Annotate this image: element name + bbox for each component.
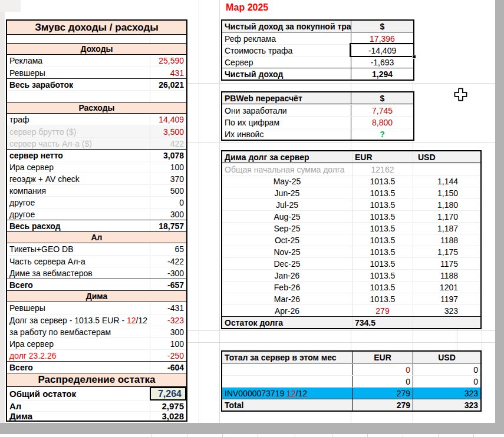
cell-value[interactable]: -250 <box>150 350 186 361</box>
cell-usd[interactable]: 1,175 <box>413 246 480 257</box>
cell-usd[interactable] <box>413 317 480 328</box>
empty-row[interactable] <box>7 35 186 43</box>
cell-usd[interactable]: 323 <box>413 399 480 410</box>
cell-eur[interactable]: 279 <box>352 388 413 399</box>
cell-month[interactable]: Jun-25 <box>222 188 352 198</box>
cell-label[interactable]: другое <box>7 210 150 219</box>
section-header-income[interactable]: Доходы <box>7 43 186 55</box>
header-currency[interactable]: $ <box>351 92 413 104</box>
table-row-total[interactable]: Всего-604 <box>7 361 186 373</box>
table-row[interactable]: Их инвойс? <box>222 128 413 140</box>
header-label[interactable]: Дима долг за сервер <box>222 153 352 162</box>
table-row[interactable]: Ал2,975 <box>7 400 186 411</box>
table-row-month[interactable]: Oct-251013.51188 <box>222 234 480 246</box>
cell-month[interactable]: Mar-26 <box>222 294 352 304</box>
cell-usd[interactable]: 1188 <box>413 234 480 246</box>
cell-usd[interactable]: 1197 <box>413 293 480 304</box>
cell-eur[interactable]: 0 <box>352 364 413 375</box>
table-row-month[interactable]: May-251013.51,144 <box>222 175 480 187</box>
table-row-month[interactable]: Mar-261013.51197 <box>222 293 480 304</box>
table-row[interactable]: геоэдж + AV check370 <box>7 173 186 184</box>
cell-value[interactable]: 431 <box>150 67 186 78</box>
cell-label[interactable]: геоэдж + AV check <box>7 174 150 184</box>
cell-value[interactable]: 500 <box>150 185 186 196</box>
cell-label[interactable]: Часть сервера Ал-а <box>7 257 150 266</box>
empty-row[interactable] <box>7 90 186 102</box>
cell-month[interactable]: Feb-26 <box>222 283 352 292</box>
cell-label[interactable]: Общая начальная сумма долга <box>222 165 352 174</box>
table-row-month[interactable]: Jun-251013.51,150 <box>222 187 480 198</box>
cell-label[interactable]: Ревшеры <box>7 303 150 313</box>
cell-value[interactable]: 26,021 <box>150 79 186 90</box>
cell-label[interactable]: Они заработали <box>222 106 351 115</box>
cell-month[interactable]: Sep-25 <box>222 224 352 233</box>
table-row[interactable]: долг 23.2.26-250 <box>7 349 186 361</box>
table-row-month[interactable]: Jan-261013.51188 <box>222 269 480 281</box>
cell-eur[interactable]: 1013.5 <box>352 176 413 187</box>
cell-eur[interactable]: 279 <box>352 399 413 410</box>
cell-label[interactable]: Их инвойс <box>222 130 351 139</box>
cell-eur[interactable]: 1013.5 <box>352 293 413 304</box>
cell-usd[interactable] <box>413 164 480 175</box>
cell-label[interactable]: Долг за сервер - 1013.5 EUR - 12/12 <box>7 316 150 325</box>
header-eur[interactable]: EUR <box>352 151 413 163</box>
cell-usd[interactable]: 0 <box>413 376 480 387</box>
cell-value[interactable]: 734.5 <box>352 317 413 328</box>
cell-value[interactable]: 370 <box>150 173 186 184</box>
cell-value[interactable]: -604 <box>150 362 186 373</box>
cell-label[interactable]: сервер часть Ал-а ($) <box>7 139 150 148</box>
table-row[interactable]: Ревшеры-431 <box>7 302 186 314</box>
cell-usd[interactable]: 1,144 <box>413 176 480 187</box>
section-header-expenses[interactable]: Расходы <box>7 102 186 114</box>
cell-eur[interactable]: 1013.5 <box>352 223 413 234</box>
table-row[interactable]: за работу по вембастерам300 <box>7 326 186 337</box>
cell-invoice-label[interactable]: INV0000073719 12/12 <box>222 389 352 398</box>
table-row[interactable]: траф14,409 <box>7 114 186 125</box>
cell-value[interactable]: 0 <box>150 197 186 208</box>
header-usd[interactable]: USD <box>413 352 480 363</box>
cell-value[interactable]: -323 <box>150 314 186 326</box>
table-row[interactable]: Тикеты+GEO DB65 <box>7 243 186 255</box>
cell-eur[interactable]: 1013.5 <box>352 282 413 293</box>
cell-value[interactable]: 65 <box>150 243 186 255</box>
cell-eur[interactable]: 0 <box>352 376 413 387</box>
cell-value[interactable]: 3,500 <box>150 126 186 137</box>
cell-usd[interactable]: 1201 <box>413 282 480 293</box>
table-row-initial-debt[interactable]: Общая начальная сумма долга12162 <box>222 163 480 175</box>
table-row[interactable]: Дима3,028 <box>7 411 186 421</box>
cell-value[interactable]: 422 <box>150 138 186 149</box>
cell-usd[interactable]: 323 <box>413 305 480 316</box>
cell-label[interactable]: Всего <box>7 363 150 372</box>
cell-label[interactable]: Сервер <box>222 58 351 67</box>
cell-value[interactable]: 1,294 <box>351 68 413 80</box>
cell-label[interactable]: Весь расход <box>7 221 150 231</box>
cell-eur[interactable]: 1013.5 <box>352 258 413 269</box>
cell-label[interactable]: компания <box>7 186 150 196</box>
cell-label[interactable]: сервер брутто ($) <box>7 127 150 137</box>
cell-label[interactable]: Реф реклама <box>222 34 351 44</box>
cell-value[interactable]: -422 <box>150 256 186 267</box>
cell-eur[interactable]: 12162 <box>352 164 413 175</box>
cell-label[interactable]: Total <box>222 400 352 410</box>
summary-table-title[interactable]: Змувс доходы / расходы <box>7 21 186 35</box>
cell-month[interactable]: Aug-25 <box>222 212 352 221</box>
cell-usd[interactable]: 1,187 <box>413 223 480 234</box>
cell-label[interactable]: Ревшеры <box>7 68 150 78</box>
cell-label[interactable]: Стоимость трафа <box>222 46 351 55</box>
cell-label[interactable]: Дима <box>7 411 150 421</box>
cell-label[interactable]: Общий остаток <box>7 389 150 399</box>
cell-usd[interactable]: 0 <box>413 364 480 375</box>
table-row[interactable]: Реклама25,590 <box>7 55 186 67</box>
section-header-dima[interactable]: Дима <box>7 290 186 302</box>
table-row[interactable]: Часть сервера Ал-а-422 <box>7 255 186 267</box>
table-row-total[interactable]: Чистый доход1,294 <box>222 68 413 80</box>
cell-value[interactable]: 14,409 <box>150 114 186 125</box>
cell-value[interactable]: 100 <box>150 161 186 173</box>
table-row-total[interactable]: сервер нетто3,078 <box>7 149 186 161</box>
cell-value[interactable]: ? <box>351 128 413 140</box>
header-eur[interactable]: EUR <box>352 352 413 363</box>
cell-eur[interactable]: 1013.5 <box>352 246 413 257</box>
cell-month[interactable]: Nov-25 <box>222 247 352 257</box>
cell-label[interactable]: за работу по вембастерам <box>7 327 150 337</box>
cell-month[interactable]: Apr-26 <box>222 306 352 316</box>
